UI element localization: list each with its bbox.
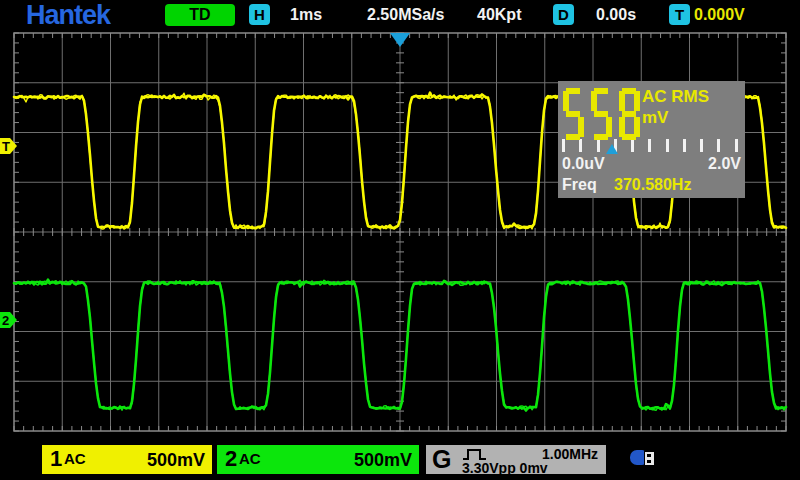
generator-label: G (432, 445, 451, 474)
bottom-status-bar: 1 AC 500mV 2 AC 500mV G 1.00MHz 3.30Vpp … (0, 443, 800, 480)
sample-rate: 2.50MSa/s (367, 6, 444, 24)
timebase-value[interactable]: 1ms (290, 6, 322, 24)
generator-box[interactable]: G 1.00MHz 3.30Vpp 0mv (426, 445, 606, 474)
channel-2-coupling: AC (239, 450, 261, 467)
scale-marker-icon (606, 144, 618, 154)
horizontal-badge[interactable]: H (249, 4, 270, 25)
channel-1-box[interactable]: 1 AC 500mV (42, 445, 212, 474)
scale-tick (700, 139, 703, 152)
channel-2-box[interactable]: 2 AC 500mV (217, 445, 419, 474)
channel-1-scale: 500mV (147, 450, 205, 471)
freq-label: Freq (562, 176, 597, 194)
channel-2-scale: 500mV (354, 450, 412, 471)
channel-1-number: 1 (50, 446, 62, 472)
measurement-unit: mV (642, 108, 668, 128)
trigger-position-marker[interactable] (390, 33, 410, 47)
usb-device-icon (630, 449, 658, 467)
scale-tick (666, 139, 669, 152)
measurement-type: AC RMS (642, 87, 709, 107)
channel-1-coupling: AC (64, 450, 86, 467)
top-status-bar: Hantek TD H 1ms 2.50MSa/s 40Kpt D 0.00s … (0, 0, 800, 30)
trigger-badge[interactable]: T (669, 4, 690, 25)
scale-tick (683, 139, 686, 152)
seven-segment-readout (563, 86, 645, 142)
brand-logo: Hantek (26, 0, 110, 31)
delay-badge[interactable]: D (553, 4, 574, 25)
scale-min-label: 0.0uV (562, 155, 605, 173)
svg-text:2: 2 (2, 313, 9, 328)
trigger-level-value[interactable]: 0.000V (694, 6, 745, 24)
scale-tick (648, 139, 651, 152)
square-wave-icon (462, 447, 488, 461)
freq-value: 370.580Hz (614, 176, 691, 194)
scale-tick (717, 139, 720, 152)
scale-tick (735, 139, 738, 152)
delay-value[interactable]: 0.00s (596, 6, 636, 24)
trigger-status-badge[interactable]: TD (165, 4, 235, 26)
scale-max-label: 2.0V (708, 155, 741, 173)
channel-2-number: 2 (225, 446, 237, 472)
generator-offset: 0mv (520, 460, 548, 476)
measurement-panel: AC RMS mV 0.0uV 2.0V Freq 370.580Hz (558, 81, 745, 198)
generator-amplitude: 3.30Vpp (462, 460, 516, 476)
scope-display: T2 (0, 0, 800, 480)
svg-text:T: T (2, 139, 10, 154)
memory-depth: 40Kpt (477, 6, 521, 24)
